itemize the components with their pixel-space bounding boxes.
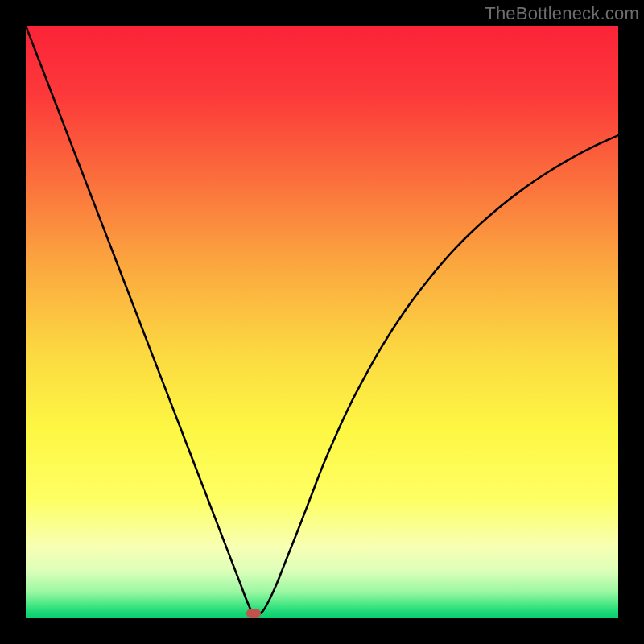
optimal-point-marker <box>246 609 261 618</box>
chart-plot-area <box>26 26 618 618</box>
chart-frame: TheBottleneck.com <box>0 0 644 644</box>
bottleneck-curve <box>26 26 618 618</box>
attribution-text: TheBottleneck.com <box>485 3 639 24</box>
